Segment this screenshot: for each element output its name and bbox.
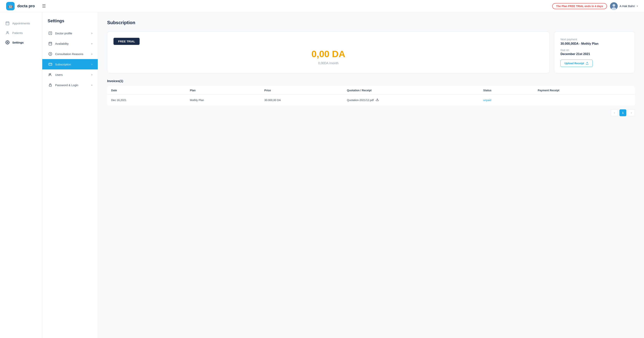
invoice-plan: Mothly Plan: [186, 95, 260, 105]
settings-item-label: Doctor profile: [55, 32, 72, 35]
username: A Hak Bahri: [620, 4, 635, 8]
col-quotation: Quotation / Receipt: [343, 86, 480, 95]
topnav-right: The Plan FREE TRIAL ends in 4 days A Hak…: [552, 2, 638, 10]
svg-point-21: [50, 73, 51, 74]
settings-item-subscription[interactable]: Subscription ›: [42, 59, 98, 69]
upload-receipt-label: Upload Receipt: [564, 62, 584, 65]
trial-badge: The Plan FREE TRIAL ends in 4 days: [552, 3, 607, 9]
chevron-right-icon: ›: [92, 83, 92, 86]
settings-item-users[interactable]: Users ›: [42, 69, 98, 80]
settings-title: Settings: [42, 18, 98, 28]
chevron-right-icon: ›: [92, 63, 92, 66]
due-on-date: December 21st 2021: [560, 52, 628, 56]
topnav-left: 🤖 docta pro ☰: [6, 2, 46, 10]
chevron-right-icon: ›: [92, 32, 92, 35]
invoice-table: Date Plan Price Quotation / Receipt Stat…: [107, 86, 635, 105]
person-icon: [6, 31, 10, 35]
hamburger-menu[interactable]: ☰: [42, 4, 46, 9]
col-payment-receipt: Payment Receipt: [534, 86, 634, 95]
due-on-label: Due on: [560, 48, 628, 52]
lock-icon: [48, 83, 52, 87]
settings-sidebar: Settings Doctor profile ›: [42, 12, 98, 338]
next-page-button[interactable]: ›: [628, 109, 635, 116]
svg-rect-3: [6, 22, 9, 25]
top-navigation: 🤖 docta pro ☰ The Plan FREE TRIAL ends i…: [0, 0, 644, 12]
quotation-cell: Quotation-2021/12.pdf: [347, 98, 476, 102]
chevron-right-icon: ›: [92, 52, 92, 55]
settings-item-label: Subscription: [55, 63, 71, 66]
main-layout: Appointments Patients Settings: [0, 0, 644, 338]
settings-item-label: Password & Login: [55, 83, 78, 87]
main-content: Settings Doctor profile ›: [42, 12, 644, 338]
quotation-filename: Quotation-2021/12.pdf: [347, 99, 374, 102]
sidebar-item-label: Settings: [12, 41, 24, 44]
settings-icon: [6, 40, 10, 44]
invoice-quotation: Quotation-2021/12.pdf: [343, 95, 480, 105]
svg-rect-19: [49, 63, 52, 65]
settings-item-left: Password & Login: [48, 83, 78, 87]
col-price: Price: [260, 86, 343, 95]
settings-item-label: Consultation Reasons: [55, 52, 83, 56]
sidebar-item-patients[interactable]: Patients: [0, 28, 42, 38]
svg-rect-12: [49, 42, 52, 45]
settings-item-left: Users: [48, 72, 62, 77]
invoice-date: Dec 16,2021: [107, 95, 186, 105]
sidebar: Appointments Patients Settings: [0, 12, 42, 338]
svg-point-1: [612, 4, 615, 7]
avatar: [610, 2, 618, 10]
settings-item-consultation-reasons[interactable]: Consultation Reasons ›: [42, 49, 98, 59]
settings-item-left: Consultation Reasons: [48, 52, 83, 56]
invoice-payment-receipt: [534, 95, 634, 105]
sidebar-item-appointments[interactable]: Appointments: [0, 18, 42, 28]
user-menu[interactable]: A Hak Bahri ▾: [610, 2, 638, 10]
upload-receipt-button[interactable]: Upload Receipt: [560, 60, 593, 67]
page-title: Subscription: [107, 20, 635, 25]
page-1-button[interactable]: 1: [620, 109, 626, 116]
next-payment-info: Next payment 30.000,00DA - Mothly Plan D…: [560, 38, 628, 56]
invoices-label: Invoices(1): [107, 79, 635, 83]
settings-item-password[interactable]: Password & Login ›: [42, 80, 98, 90]
invoice-price: 30.000,00 DA: [260, 95, 343, 105]
users-icon: [48, 72, 52, 77]
invoice-status: unpaid: [480, 95, 534, 105]
calendar-icon: [6, 21, 10, 25]
status-badge: unpaid: [483, 99, 491, 102]
chevron-right-icon: ›: [92, 73, 92, 76]
chevron-down-icon: ▾: [637, 5, 638, 7]
svg-point-8: [7, 42, 8, 43]
free-trial-badge: FREE TRIAL: [114, 38, 140, 45]
logo-emoji: 🤖: [8, 4, 13, 8]
settings-item-left: Subscription: [48, 62, 71, 66]
prev-page-button[interactable]: ‹: [611, 109, 618, 116]
subscription-content: Subscription FREE TRIAL 0,00 DA 0,00DA /…: [98, 12, 644, 338]
col-plan: Plan: [186, 86, 260, 95]
subscription-cards: FREE TRIAL 0,00 DA 0,00DA /month Next pa…: [107, 31, 635, 73]
settings-item-left: Doctor profile: [48, 31, 72, 35]
sidebar-item-label: Patients: [12, 31, 23, 34]
svg-point-22: [49, 74, 50, 74]
sidebar-item-label: Appointments: [12, 22, 30, 25]
subscription-payment-card: Next payment 30.000,00DA - Mothly Plan D…: [554, 31, 635, 73]
subscription-main-card: FREE TRIAL 0,00 DA 0,00DA /month: [107, 31, 550, 73]
svg-point-7: [7, 31, 8, 33]
availability-icon: [48, 41, 52, 46]
next-payment-label: Next payment: [560, 38, 628, 41]
sidebar-item-settings[interactable]: Settings: [0, 38, 42, 47]
settings-item-availability[interactable]: Availability ›: [42, 38, 98, 49]
subscription-icon: [48, 62, 52, 66]
chevron-right-icon: ›: [92, 42, 92, 45]
settings-item-label: Users: [55, 73, 62, 76]
settings-item-left: Availability: [48, 41, 69, 46]
avatar-image: [610, 2, 618, 10]
col-status: Status: [480, 86, 534, 95]
svg-rect-23: [49, 85, 52, 86]
settings-item-label: Availability: [55, 42, 69, 45]
col-date: Date: [107, 86, 186, 95]
settings-item-doctor-profile[interactable]: Doctor profile ›: [42, 28, 98, 38]
subscription-amount: 0,00 DA: [114, 49, 543, 59]
settings-layout: Settings Doctor profile ›: [42, 12, 644, 338]
next-payment-amount: 30.000,00DA - Mothly Plan: [560, 42, 628, 45]
pagination: ‹ 1 ›: [107, 109, 635, 116]
download-icon[interactable]: [376, 98, 379, 102]
subscription-amount-monthly: 0,00DA /month: [114, 61, 543, 65]
